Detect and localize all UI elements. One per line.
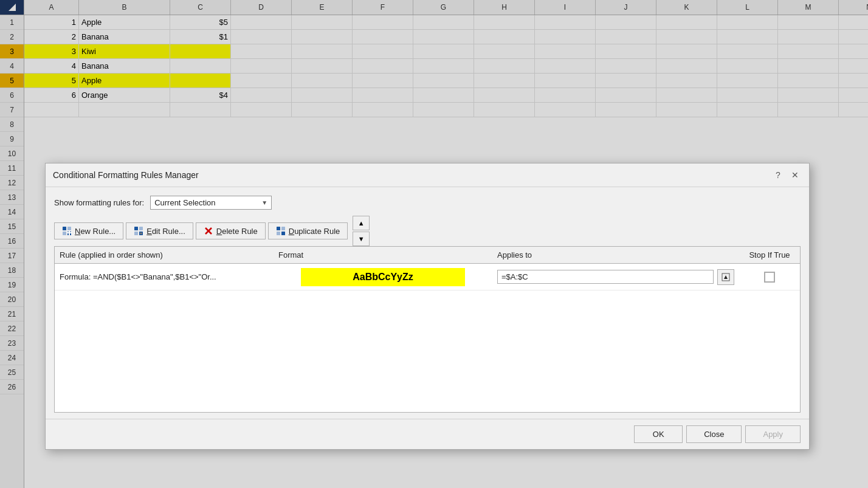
edit-rule-icon bbox=[134, 226, 143, 236]
toolbar-row: New Rule... Edit Rule... bbox=[54, 216, 801, 246]
column-header-applies-to: Applies to bbox=[492, 249, 739, 261]
svg-rect-1 bbox=[63, 227, 66, 230]
dialog-title: Conditional Formatting Rules Manager bbox=[53, 170, 199, 180]
rules-empty-area[interactable] bbox=[55, 290, 800, 412]
delete-rule-icon bbox=[204, 226, 213, 236]
dialog-footer: OK Close Apply bbox=[46, 419, 809, 449]
dialog-titlebar-buttons: ? ✕ bbox=[771, 168, 802, 182]
column-header-stop-if-true: Stop If True bbox=[739, 249, 800, 261]
format-preview: AaBbCcYyZz bbox=[301, 268, 465, 286]
svg-rect-15 bbox=[277, 232, 280, 235]
duplicate-rule-icon bbox=[276, 226, 286, 236]
delete-rule-label: Delete Rule bbox=[216, 227, 258, 236]
edit-rule-button[interactable]: Edit Rule... bbox=[126, 222, 193, 239]
svg-rect-7 bbox=[134, 227, 138, 230]
applies-to-input[interactable] bbox=[497, 270, 714, 284]
stop-if-true-checkbox[interactable] bbox=[764, 272, 775, 283]
rule-format-preview-cell: AaBbCcYyZz bbox=[274, 266, 492, 289]
show-rules-label: Show formatting rules for: bbox=[54, 198, 144, 207]
svg-rect-3 bbox=[63, 232, 66, 235]
conditional-formatting-dialog: Conditional Formatting Rules Manager ? ✕… bbox=[45, 163, 810, 450]
rule-applies-to-cell bbox=[492, 267, 739, 287]
rules-table-header: Rule (applied in order shown) Format App… bbox=[55, 247, 800, 264]
new-rule-label: New Rule... bbox=[75, 227, 115, 236]
rule-formula-text: Formula: =AND($B1<>"Banana",$B1<>"Or... bbox=[55, 270, 274, 284]
apply-button[interactable]: Apply bbox=[745, 425, 801, 443]
close-button[interactable]: Close bbox=[686, 425, 742, 443]
svg-marker-18 bbox=[724, 275, 728, 279]
svg-rect-14 bbox=[281, 227, 285, 230]
dialog-body: Show formatting rules for: Current Selec… bbox=[46, 187, 809, 419]
table-row[interactable]: Formula: =AND($B1<>"Banana",$B1<>"Or... … bbox=[55, 264, 800, 290]
show-rules-row: Show formatting rules for: Current Selec… bbox=[54, 196, 801, 210]
svg-rect-16 bbox=[281, 232, 285, 235]
move-down-button[interactable]: ▼ bbox=[353, 232, 370, 246]
delete-rule-button[interactable]: Delete Rule bbox=[196, 222, 266, 239]
dialog-overlay: Conditional Formatting Rules Manager ? ✕… bbox=[0, 0, 868, 488]
ok-button[interactable]: OK bbox=[634, 425, 683, 443]
svg-rect-2 bbox=[67, 227, 71, 230]
svg-rect-8 bbox=[139, 227, 143, 230]
rules-table: Rule (applied in order shown) Format App… bbox=[54, 246, 801, 413]
new-rule-button[interactable]: New Rule... bbox=[54, 222, 123, 239]
edit-rule-label: Edit Rule... bbox=[146, 227, 185, 236]
svg-rect-13 bbox=[277, 227, 280, 230]
close-x-button[interactable]: ✕ bbox=[788, 168, 802, 182]
help-button[interactable]: ? bbox=[771, 168, 785, 182]
svg-rect-9 bbox=[134, 232, 138, 235]
column-header-format: Format bbox=[274, 249, 492, 261]
dropdown-arrow-icon: ▼ bbox=[261, 199, 267, 206]
rule-stop-if-true-cell bbox=[739, 272, 800, 283]
collapse-applies-button[interactable] bbox=[717, 269, 734, 285]
show-rules-value: Current Selection bbox=[154, 198, 215, 207]
column-header-rule: Rule (applied in order shown) bbox=[55, 249, 274, 261]
move-up-button[interactable]: ▲ bbox=[353, 216, 370, 230]
move-rule-buttons: ▲ ▼ bbox=[353, 216, 370, 246]
new-rule-icon bbox=[62, 226, 72, 236]
dialog-titlebar: Conditional Formatting Rules Manager ? ✕ bbox=[46, 163, 809, 187]
show-rules-dropdown[interactable]: Current Selection ▼ bbox=[150, 196, 272, 210]
duplicate-rule-button[interactable]: Duplicate Rule bbox=[268, 222, 348, 239]
duplicate-rule-label: Duplicate Rule bbox=[289, 227, 340, 236]
